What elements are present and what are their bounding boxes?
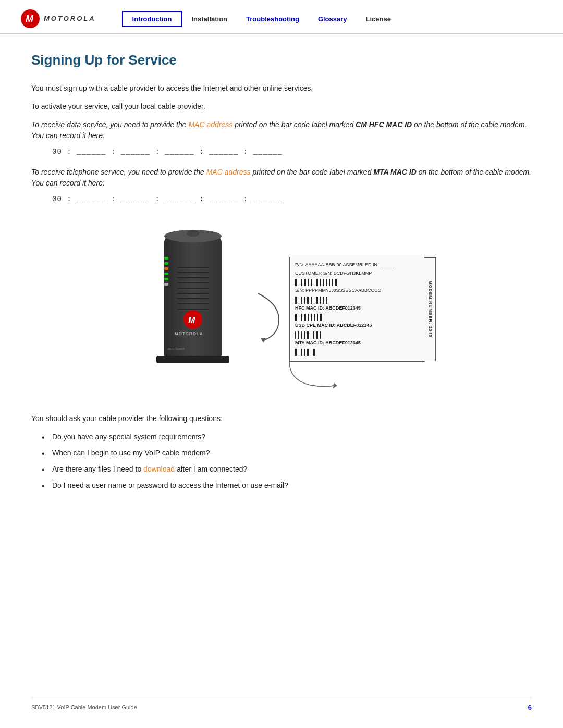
mac-address-link-2[interactable]: MAC address (206, 168, 251, 176)
footer: SBV5121 VoIP Cable Modem User Guide 6 (31, 698, 532, 713)
bullet-text-3-post: after I am connected? (175, 465, 247, 473)
svg-marker-24 (261, 338, 266, 343)
label-csn-line: CUSTOMER S/N: BCDFGHJKLMNP (295, 270, 419, 277)
barcode-3 (295, 313, 419, 321)
bullet-text-3-pre: Are there any files I need to (52, 465, 143, 473)
nav-tab-installation[interactable]: Installation (182, 12, 237, 26)
device-area: M MOTOROLA SURFboard (31, 215, 532, 392)
label-card-container: P/N: AAAAAA-BBB-00 ASSEMBLED IN: ______ … (289, 257, 425, 362)
motorola-logo: M MOTOROLA (21, 9, 96, 28)
list-item-3: Are there any files I need to download a… (42, 464, 532, 475)
questions-section: You should ask your cable provider the f… (31, 413, 532, 491)
list-item-4: Do I need a user name or password to acc… (42, 480, 532, 491)
svg-text:M: M (26, 14, 34, 24)
italic-para2-post1: printed on the bar code label marked (251, 168, 374, 176)
svg-rect-18 (164, 273, 168, 275)
label-mta-line: MTA MAC ID: ABCDEF012345 (295, 340, 419, 347)
svg-text:MOTOROLA: MOTOROLA (175, 331, 203, 336)
nav-tab-troubleshooting[interactable]: Troubleshooting (237, 12, 309, 26)
footer-page-number: 6 (528, 702, 532, 713)
label-pn-line: P/N: AAAAAA-BBB-00 ASSEMBLED IN: ______ (295, 262, 419, 269)
svg-point-23 (187, 230, 199, 237)
page-title: Signing Up for Service (31, 50, 532, 70)
questions-intro: You should ask your cable provider the f… (31, 413, 532, 424)
modem-image: M MOTOROLA SURFboard (138, 215, 253, 380)
svg-rect-17 (164, 267, 168, 270)
nav-tab-glossary[interactable]: Glossary (309, 12, 357, 26)
nav-tabs: Introduction Installation Troubleshootin… (112, 11, 532, 27)
italic-para1-post1: printed on the bar code label marked (232, 120, 356, 129)
bullet-list: Do you have any special system requireme… (42, 431, 532, 491)
svg-rect-21 (156, 356, 229, 363)
svg-rect-16 (164, 262, 168, 265)
list-item-1: Do you have any special system requireme… (42, 431, 532, 442)
motorola-emblem: M (21, 9, 40, 28)
footer-guide-title: SBV5121 VoIP Cable Modem User Guide (31, 703, 137, 712)
paragraph-2: To activate your service, call your loca… (31, 101, 532, 112)
italic-paragraph-2: To receive telephone service, you need t… (31, 167, 532, 189)
barcode-4 (295, 330, 419, 339)
modem-svg: M MOTOROLA SURFboard (138, 215, 253, 377)
barcode-1 (295, 278, 419, 286)
svg-marker-25 (333, 382, 337, 388)
label-sn-line: S/N: PPPPMMYJJJSSSSSCAABBCCCC (295, 287, 419, 294)
nav-tab-introduction[interactable]: Introduction (122, 11, 182, 27)
mac-record-line-2: 00 : ______ : ______ : ______ : ______ :… (52, 194, 532, 205)
header: M MOTOROLA Introduction Installation Tro… (0, 0, 563, 34)
nav-tab-license[interactable]: License (357, 12, 400, 26)
bullet-text-4: Do I need a user name or password to acc… (52, 481, 288, 489)
svg-rect-20 (164, 283, 168, 286)
italic-para2-pre: To receive telephone service, you need t… (31, 168, 206, 176)
list-item-2: When can I begin to use my VoIP cable mo… (42, 448, 532, 459)
label-modem-number: MODEM NUMBER: 2345 (424, 257, 436, 361)
bottom-arrow (248, 359, 352, 390)
download-link[interactable]: download (143, 465, 175, 473)
main-content: Signing Up for Service You must sign up … (0, 34, 563, 517)
italic-paragraph-1: To receive data service, you need to pro… (31, 119, 532, 141)
page: M MOTOROLA Introduction Installation Tro… (0, 0, 563, 728)
bullet-text-1: Do you have any special system requireme… (52, 433, 205, 441)
logo-area: M MOTOROLA (21, 9, 96, 28)
barcode-5 (295, 348, 419, 356)
mac-record-line-1: 00 : ______ : ______ : ______ : ______ :… (52, 146, 532, 157)
label-usb-line: USB CPE MAC ID: ABCDEF012345 (295, 322, 419, 329)
svg-text:M: M (188, 316, 195, 325)
paragraph-1: You must sign up with a cable provider t… (31, 83, 532, 94)
svg-rect-19 (164, 278, 168, 280)
barcode-2 (295, 295, 419, 304)
mac-address-link-1[interactable]: MAC address (188, 120, 232, 129)
bullet-text-2: When can I begin to use my VoIP cable mo… (52, 449, 210, 457)
italic-para1-pre: To receive data service, you need to pro… (31, 120, 188, 129)
label-hfc-line: HFC MAC ID: ABCDEF012345 (295, 305, 419, 312)
cm-hfc-mac-id-label: CM HFC MAC ID (356, 120, 412, 129)
motorola-text: MOTOROLA (44, 14, 96, 24)
callout-arrow (248, 288, 289, 351)
mta-mac-id-label: MTA MAC ID (373, 168, 416, 176)
svg-rect-15 (164, 257, 168, 260)
svg-text:SURFboard: SURFboard (168, 347, 185, 350)
label-card: P/N: AAAAAA-BBB-00 ASSEMBLED IN: ______ … (289, 257, 425, 362)
